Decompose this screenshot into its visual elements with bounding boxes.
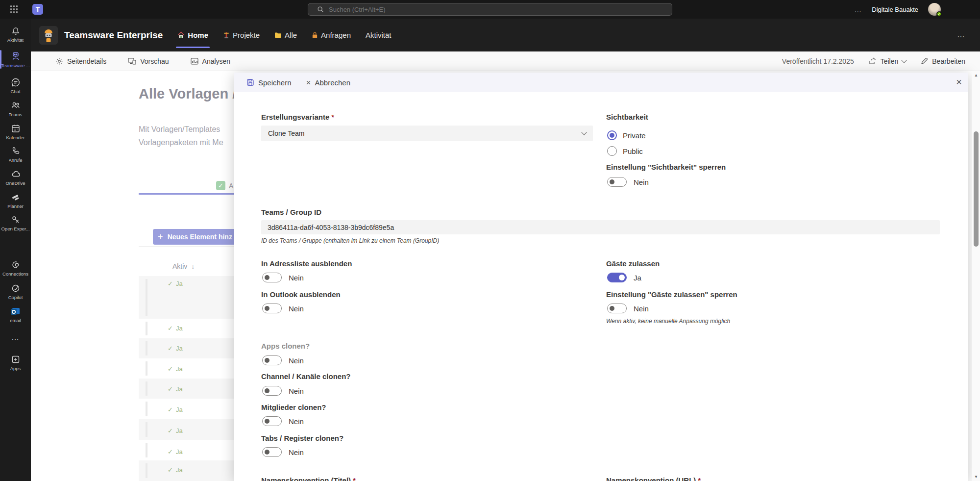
toggle-tabs-clonen[interactable] xyxy=(262,447,282,457)
field-label-outlook: In Outlook ausblenden xyxy=(261,290,341,299)
scroll-down-icon[interactable]: ▼ xyxy=(972,475,980,479)
check-icon: ✓ xyxy=(168,427,173,434)
check-icon: ✓ xyxy=(168,448,173,456)
sidebar-item-chat[interactable]: Chat xyxy=(0,74,31,97)
panel-command-bar: Speichern × Abbrechen × xyxy=(234,73,968,92)
toggle-gaeste-sperren[interactable] xyxy=(607,304,627,313)
divider xyxy=(139,246,239,247)
toggle-channel-clonen[interactable] xyxy=(262,386,282,396)
field-channel-clonen: Nein xyxy=(262,386,304,396)
sidebar-item-teamsware[interactable]: Teamsware ... xyxy=(0,48,31,71)
radio-public[interactable]: Public xyxy=(607,146,643,156)
sidebar-item-email[interactable]: email xyxy=(0,304,31,326)
sidebar-item-aktivitaet[interactable]: Aktivität xyxy=(0,23,31,45)
apps-icon xyxy=(10,354,21,365)
toggle-sichtbarkeit-sperren[interactable] xyxy=(607,177,627,187)
apps-grid-icon[interactable] xyxy=(10,5,18,13)
required-asterisk: * xyxy=(698,476,701,481)
required-asterisk: * xyxy=(331,113,334,121)
field-label-channel-clonen: Channel / Kanäle clonen? xyxy=(261,372,351,380)
sidebar-item-teams[interactable]: Teams xyxy=(0,97,31,120)
tab-projekte[interactable]: Projekte xyxy=(223,19,260,51)
vorschau-button[interactable]: Vorschau xyxy=(128,57,169,65)
field-label-adressliste: In Adressliste ausblenden xyxy=(261,259,352,268)
outlook-icon xyxy=(10,307,21,317)
tab-underline xyxy=(139,193,237,195)
radio-private[interactable]: Private xyxy=(607,130,646,140)
pencil-icon xyxy=(921,57,928,65)
radio-unselected-icon xyxy=(607,146,617,156)
teilen-button[interactable]: Teilen xyxy=(869,57,906,65)
toggle-gaeste[interactable] xyxy=(607,273,627,282)
field-mitglieder-clonen: Nein xyxy=(262,416,304,426)
sidebar-item-kalender[interactable]: Kalender xyxy=(0,120,31,143)
active-indicator xyxy=(0,50,1,69)
presence-badge: ✓ xyxy=(936,11,942,17)
group-id-input[interactable]: 3d86411a-da6f-4053-8138-3b9dc6f89e5a xyxy=(261,220,940,234)
chevron-down-icon xyxy=(902,57,907,63)
tab-aktivitaet[interactable]: Aktivität xyxy=(366,19,392,51)
field-outlook: Nein xyxy=(262,304,304,313)
bell-icon xyxy=(10,25,21,36)
field-label-erstellungsvariante: Erstellungsvariante* xyxy=(261,113,334,121)
crane-icon xyxy=(223,31,230,39)
page-scrollbar[interactable]: ▲ ▼ xyxy=(972,71,980,481)
check-icon: ✓ xyxy=(168,406,173,413)
titlebar-more-icon[interactable]: … xyxy=(854,5,862,14)
cancel-button[interactable]: × Abbrechen xyxy=(306,78,351,87)
erstellungsvariante-dropdown[interactable]: Clone Team xyxy=(261,126,593,141)
cloud-icon xyxy=(10,169,21,179)
field-apps-clonen: Nein xyxy=(262,355,304,365)
page-intro: Mit Vorlagen/Templates Vorlagenpaketen m… xyxy=(139,123,223,149)
required-asterisk: * xyxy=(353,476,356,481)
field-label-sichtbarkeit-sperren: Einstellung "Sichtbarkeit" sperren xyxy=(606,163,726,171)
scroll-up-icon[interactable]: ▲ xyxy=(972,73,980,77)
panel-close-icon[interactable]: × xyxy=(956,76,962,88)
search-icon xyxy=(317,6,324,13)
search-input[interactable] xyxy=(329,6,623,13)
edit-item-panel: Speichern × Abbrechen × Erstellungsvaria… xyxy=(234,73,968,481)
sidebar-item-onedrive[interactable]: OneDrive xyxy=(0,166,31,188)
field-sichtbarkeit-sperren: Nein xyxy=(607,177,649,187)
save-button[interactable]: Speichern xyxy=(246,78,292,87)
toggle-apps-clonen[interactable] xyxy=(262,355,282,365)
toggle-adressliste[interactable] xyxy=(262,273,282,282)
home-icon xyxy=(177,31,185,39)
tab-anfragen[interactable]: Anfragen xyxy=(312,19,351,51)
toggle-outlook[interactable] xyxy=(262,304,282,313)
seitendetails-button[interactable]: Seitendetails xyxy=(55,57,106,65)
close-icon: × xyxy=(306,78,311,87)
sidebar-item-apps[interactable]: Apps xyxy=(0,351,31,374)
field-label-sichtbarkeit: Sichtbarkeit xyxy=(606,113,648,121)
search-bar[interactable] xyxy=(308,3,672,16)
radio-selected-icon xyxy=(607,130,617,140)
scrollbar-thumb[interactable] xyxy=(974,131,979,247)
teams-logo-icon[interactable]: T xyxy=(32,4,43,15)
robot-avatar-icon xyxy=(39,26,58,45)
sidebar-item-anrufe[interactable]: Anrufe xyxy=(0,143,31,165)
sidebar-item-planner[interactable]: Planner xyxy=(0,189,31,211)
sidebar-item-open-experience[interactable]: Open Exper... xyxy=(0,211,31,234)
sidebar-item-more[interactable]: … xyxy=(0,330,31,344)
sidebar-item-copilot[interactable]: Copilot xyxy=(0,280,31,303)
analysen-button[interactable]: Analysen xyxy=(191,57,231,65)
active-filter-label[interactable]: A xyxy=(229,182,233,190)
app-title: Teamsware Enterprise xyxy=(64,30,163,41)
app-header-more-icon[interactable]: … xyxy=(957,30,965,39)
planner-icon xyxy=(10,192,21,203)
published-status: Veröffentlicht 17.2.2025 xyxy=(782,57,854,65)
screen: T … Digitale Bauakte ✓ Aktivität xyxy=(0,0,980,481)
gaeste-sperren-help: Wenn aktiv, keine manuelle Anpassung mög… xyxy=(606,318,730,325)
tab-home[interactable]: Home xyxy=(177,19,208,51)
tab-alle[interactable]: Alle xyxy=(274,19,297,51)
app-tabs: Home Projekte Alle Anfragen xyxy=(177,19,391,51)
add-item-button[interactable]: + Neues Element hinz xyxy=(153,229,237,245)
toggle-mitglieder-clonen[interactable] xyxy=(262,416,282,426)
sidebar-item-connections[interactable]: Connections xyxy=(0,256,31,279)
profile-avatar[interactable]: ✓ xyxy=(928,3,941,16)
column-header-aktiv[interactable]: Aktiv ↓ xyxy=(172,262,195,270)
check-icon: ✓ xyxy=(168,385,173,393)
phone-icon xyxy=(10,146,21,156)
field-label-group-id: Teams / Group ID xyxy=(261,208,321,216)
bearbeiten-button[interactable]: Bearbeiten xyxy=(921,57,965,65)
